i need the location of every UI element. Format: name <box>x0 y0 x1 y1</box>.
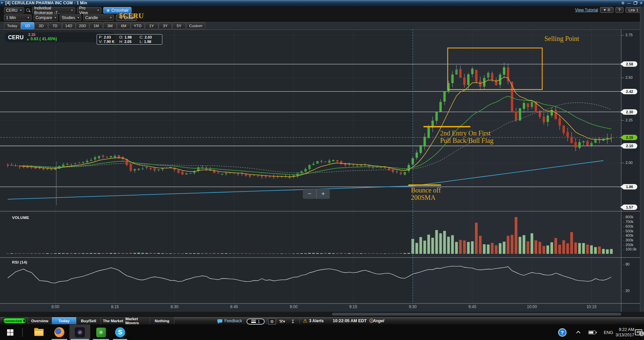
battery-tray-icon[interactable] <box>586 325 598 340</box>
minimize-icon[interactable]: — <box>627 1 631 5</box>
connection-icon <box>23 319 26 323</box>
tray-expand-button[interactable] <box>574 325 583 340</box>
export-button[interactable]: ↧ <box>289 318 297 325</box>
download-icon: ↧ <box>289 318 297 325</box>
bottom-tab-buy-sell[interactable]: Buy/Sell <box>76 317 101 324</box>
help-button[interactable]: ? <box>615 7 624 13</box>
timeframe-tab-3m[interactable]: 3M <box>103 22 117 29</box>
timeframe-tab-20d[interactable]: 20D <box>76 22 89 29</box>
chevron-down-icon: ▼ <box>20 9 22 11</box>
search-icon[interactable] <box>26 8 30 12</box>
annotation-second-entry: 2nd Entry On First Pull Back/Bull Flag <box>440 129 493 144</box>
panel-menu-button[interactable]: ▼ ☰ <box>600 7 613 13</box>
feedback-button[interactable]: Feedback <box>217 317 242 325</box>
timeframe-tab-5y[interactable]: 5Y <box>172 22 186 29</box>
user-name: Angel <box>373 317 384 325</box>
bottom-tab-today[interactable]: Today <box>52 317 76 324</box>
timeframe-tab-3d[interactable]: 3D <box>35 22 48 29</box>
compare-select[interactable]: Compare▼ <box>34 14 58 21</box>
price-axis-tick: 2.00 <box>623 161 633 165</box>
folder-icon <box>34 329 44 336</box>
skype-button[interactable]: S <box>112 325 128 340</box>
connection-status-badge: connected <box>3 318 27 324</box>
studies-select[interactable]: Studies▼ <box>60 14 81 21</box>
view-mode-select[interactable]: Pro View▼ <box>77 7 101 13</box>
timeframe-tab-today[interactable]: Today <box>4 22 20 29</box>
chevron-down-icon: ▼ <box>110 16 112 19</box>
price-badge-2.42: 2.42 <box>622 89 637 94</box>
close-icon[interactable]: ✕ <box>640 1 643 5</box>
tooltip-o: O:1.98 <box>119 35 140 40</box>
volume-axis-tick: 400k <box>623 233 634 237</box>
tooltip-c: C:2.03 <box>140 35 160 40</box>
bottom-tab-the-market[interactable]: The Market <box>101 317 125 324</box>
skype-icon: S <box>115 327 125 337</box>
file-explorer-button[interactable] <box>31 325 47 340</box>
hscrollbar-thumb[interactable] <box>332 313 621 316</box>
volume-axis-tick: 300k <box>623 238 634 242</box>
notification-icon: 1 <box>635 329 642 335</box>
bottom-tab-overview[interactable]: Overview <box>28 317 52 324</box>
ticker-change: ▲0.63 ( 41.45%) <box>26 37 57 41</box>
tools-button[interactable]: ⚒▾ <box>278 318 286 325</box>
collapse-panel-icon[interactable]: » <box>1 0 3 5</box>
volume-axis-tick: 700k <box>623 220 634 224</box>
firefox-button[interactable] <box>50 325 68 340</box>
price-axis-tick: 2.50 <box>623 75 633 79</box>
bottom-tab-nothing[interactable]: Nothing <box>150 317 174 324</box>
price-badge-2.30: 2.30 <box>622 109 637 115</box>
restore-icon[interactable] <box>634 2 637 5</box>
link-group-button[interactable]: Link 1 <box>626 7 641 13</box>
trading-app-icon: ✳ <box>75 327 85 337</box>
timeframe-tab-ytd[interactable]: YTD <box>131 22 145 29</box>
price-badge-2.10: 2.10 <box>622 143 637 149</box>
volume-axis-tick: 600k <box>623 224 634 228</box>
timeframe-tab-14d[interactable]: 14D <box>62 22 75 29</box>
language-indicator[interactable]: ENG <box>601 325 615 340</box>
menu-lines-icon <box>251 320 256 323</box>
trading-app-button[interactable]: ✳ <box>69 325 90 340</box>
interval-select[interactable]: 1 Min▼ <box>4 14 32 21</box>
symbol-select[interactable]: CERU▼ <box>4 7 24 13</box>
layers-counter[interactable]: 1 <box>247 318 265 325</box>
timeframe-tab-7d[interactable]: 7D <box>48 22 62 29</box>
timeframe-tab-1m[interactable]: 1M <box>90 22 103 29</box>
zoom-out-button[interactable]: − <box>303 189 317 199</box>
volume-axis-tick: 800k <box>623 215 634 219</box>
volume-axis-tick: 200k <box>623 243 634 247</box>
zoom-in-button[interactable]: + <box>317 189 330 199</box>
start-button[interactable] <box>3 325 17 340</box>
alerts-indicator[interactable]: ⚠ 3 Alerts <box>303 317 324 325</box>
chart-type-select[interactable]: Candle▼ <box>83 14 114 21</box>
timeframe-tab-6m[interactable]: 6M <box>117 22 130 29</box>
price-axis-tick: 2.25 <box>623 118 633 122</box>
timeframe-tab-1y[interactable]: 1Y <box>145 22 158 29</box>
windows-logo-icon <box>7 329 13 336</box>
title-bar[interactable]: » [4] CERULEAN PHARMA INC COM - 1 Min ⚙ … <box>0 0 644 6</box>
price-chart-canvas[interactable] <box>0 30 644 312</box>
green-app-button[interactable]: ✳ <box>92 325 110 340</box>
chevron-down-icon: ▼ <box>54 16 56 19</box>
account-select[interactable]: Individual Brokerage -7..▼ <box>32 7 75 13</box>
grid-settings-button[interactable]: ⚙ <box>268 318 276 325</box>
time-axis-label: 9:30 <box>409 304 417 309</box>
price-badge-1.86: 1.86 <box>622 184 637 189</box>
gear-box-icon: ⚙ <box>268 318 276 325</box>
timeframe-tab-1d[interactable]: 1D <box>21 22 34 29</box>
timeframe-tab-custom[interactable]: Custom <box>186 22 206 29</box>
speech-bubble-icon <box>217 319 222 323</box>
chevron-up-icon <box>576 331 580 335</box>
time-axis-label: 8:45 <box>230 304 238 309</box>
action-center-button[interactable]: 1 <box>634 325 643 340</box>
chevron-down-icon: ▼ <box>97 9 99 11</box>
clock-tray[interactable]: 9:22 AM3/13/2017 <box>616 325 633 340</box>
timeframe-tab-3y[interactable]: 3Y <box>159 22 172 29</box>
view-tutorial-link[interactable]: View Tutorial <box>575 8 598 12</box>
tools-icon: ⚒▾ <box>278 318 286 325</box>
bottom-tab-market-movers[interactable]: Market Movers <box>125 317 150 324</box>
trading-app-window: » [4] CERULEAN PHARMA INC COM - 1 Min ⚙ … <box>0 0 644 340</box>
chart-hscrollbar[interactable] <box>0 312 644 317</box>
time-axis-label: 8:00 <box>51 304 59 309</box>
window-settings-icon[interactable]: ⚙ <box>621 1 625 5</box>
help-tray-button[interactable]: ? <box>557 325 568 340</box>
